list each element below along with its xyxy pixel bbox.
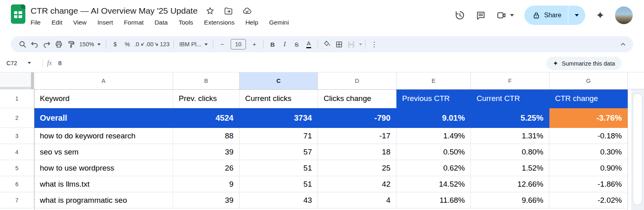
menu-help[interactable]: Help	[246, 19, 258, 26]
menu-file[interactable]: File	[31, 19, 41, 26]
cloud-saved-icon[interactable]	[242, 6, 252, 16]
cell-D7[interactable]: 4	[318, 192, 396, 208]
format-percent-button[interactable]: %	[121, 38, 133, 50]
cell-C7[interactable]: 43	[239, 192, 318, 208]
row-header-7[interactable]: 7	[0, 192, 34, 208]
row-header-4[interactable]: 4	[0, 144, 34, 160]
cell-C5[interactable]: 51	[239, 160, 318, 176]
meet-dropdown-caret-icon[interactable]	[510, 14, 514, 16]
number-format-button[interactable]: 123	[159, 38, 171, 50]
column-header-E[interactable]: E	[396, 72, 471, 89]
collapse-toolbar-icon[interactable]	[617, 38, 629, 50]
borders-button[interactable]	[333, 38, 345, 50]
cell-E7[interactable]: 11.68%	[396, 192, 471, 208]
cell-E3[interactable]: 1.49%	[396, 128, 471, 144]
move-to-folder-icon[interactable]	[223, 6, 234, 16]
cell-A2[interactable]: Overall	[34, 108, 173, 128]
cell-B6[interactable]: 9	[173, 176, 239, 192]
fill-color-button[interactable]	[321, 38, 333, 50]
cell-D2[interactable]: -790	[318, 108, 396, 128]
cell-F2[interactable]: 5.25%	[471, 108, 549, 128]
star-icon[interactable]	[205, 6, 215, 16]
font-size-input[interactable]: 10	[231, 39, 246, 49]
cell-G1[interactable]: CTR change	[549, 89, 628, 108]
increase-font-size-button[interactable]: +	[248, 38, 260, 50]
name-box[interactable]: C72	[0, 60, 39, 66]
sheets-logo-icon[interactable]	[11, 4, 25, 24]
cell-A5[interactable]: how to use wordpress	[34, 160, 173, 176]
formula-input[interactable]: 8	[58, 60, 62, 67]
cell-D1[interactable]: Clicks change	[318, 89, 396, 108]
cell-F7[interactable]: 9.66%	[471, 192, 549, 208]
menu-tools[interactable]: Tools	[179, 19, 193, 26]
cell-E5[interactable]: 0.62%	[396, 160, 471, 176]
cell-C4[interactable]: 57	[239, 144, 318, 160]
menu-format[interactable]: Format	[124, 19, 144, 26]
row-header-1[interactable]: 1	[0, 89, 34, 108]
decrease-decimal-button[interactable]: .0	[133, 38, 145, 50]
menu-insert[interactable]: Insert	[97, 19, 113, 26]
cell-F3[interactable]: 1.31%	[471, 128, 549, 144]
cell-C2[interactable]: 3734	[239, 108, 318, 128]
redo-icon[interactable]	[41, 38, 53, 50]
cell-A4[interactable]: seo vs sem	[34, 144, 173, 160]
cell-C6[interactable]: 51	[239, 176, 318, 192]
paint-format-icon[interactable]	[65, 38, 77, 50]
strikethrough-button[interactable]: S	[291, 38, 303, 50]
vertical-scrollbar-thumb[interactable]	[633, 93, 642, 205]
more-toolbar-button[interactable]: ⋮	[368, 38, 380, 50]
cell-F5[interactable]: 1.52%	[471, 160, 549, 176]
column-header-D[interactable]: D	[318, 72, 396, 89]
cell-B4[interactable]: 39	[173, 144, 239, 160]
column-header-A[interactable]: A	[34, 72, 173, 89]
cell-B3[interactable]: 88	[173, 128, 239, 144]
menu-data[interactable]: Data	[155, 19, 168, 26]
zoom-select[interactable]: 150%	[77, 38, 103, 50]
meet-video-icon[interactable]	[496, 10, 507, 21]
cell-B5[interactable]: 26	[173, 160, 239, 176]
cell-C1[interactable]: Current clicks	[239, 89, 318, 108]
comments-icon[interactable]	[475, 10, 486, 21]
cell-G6[interactable]: -1.86%	[549, 176, 628, 192]
menu-view[interactable]: View	[73, 19, 87, 26]
search-icon[interactable]	[17, 38, 29, 50]
row-header-6[interactable]: 6	[0, 176, 34, 192]
row-header-5[interactable]: 5	[0, 160, 34, 176]
cell-B1[interactable]: Prev. clicks	[173, 89, 239, 108]
cell-A6[interactable]: what is llms.txt	[34, 176, 173, 192]
cell-D4[interactable]: 18	[318, 144, 396, 160]
avatar[interactable]	[615, 6, 633, 24]
share-button[interactable]: Share	[524, 6, 585, 25]
cell-E4[interactable]: 0.50%	[396, 144, 471, 160]
cell-F1[interactable]: Current CTR	[471, 89, 549, 108]
increase-decimal-button[interactable]: .00	[145, 38, 159, 50]
gemini-sparkle-icon[interactable]: ✦	[596, 10, 605, 21]
text-color-button[interactable]: A	[303, 38, 315, 50]
cell-D5[interactable]: 25	[318, 160, 396, 176]
cell-D3[interactable]: -17	[318, 128, 396, 144]
cell-G4[interactable]: 0.30%	[549, 144, 628, 160]
cell-B7[interactable]: 39	[173, 192, 239, 208]
menu-extensions[interactable]: Extensions	[204, 19, 235, 26]
cell-A1[interactable]: Keyword	[34, 89, 173, 108]
cell-D6[interactable]: 42	[318, 176, 396, 192]
format-currency-button[interactable]: $	[109, 38, 121, 50]
column-header-B[interactable]: B	[173, 72, 239, 89]
cell-G5[interactable]: 0.90%	[549, 160, 628, 176]
summarize-data-button[interactable]: ✦ Summarize this data	[546, 57, 621, 70]
font-select[interactable]: IBM Pl...	[177, 38, 210, 50]
print-icon[interactable]	[53, 38, 65, 50]
cell-F6[interactable]: 12.66%	[471, 176, 549, 192]
cell-G2[interactable]: -3.76%	[549, 108, 628, 128]
bold-button[interactable]: B	[266, 38, 279, 50]
cell-B2[interactable]: 4524	[173, 108, 239, 128]
cell-G7[interactable]: -2.02%	[549, 192, 628, 208]
cell-G3[interactable]: -0.18%	[549, 128, 628, 144]
cell-E6[interactable]: 14.52%	[396, 176, 471, 192]
menu-edit[interactable]: Edit	[52, 19, 62, 26]
decrease-font-size-button[interactable]: −	[216, 38, 228, 50]
cell-F4[interactable]: 0.80%	[471, 144, 549, 160]
cell-C3[interactable]: 71	[239, 128, 318, 144]
undo-icon[interactable]	[29, 38, 41, 50]
select-all-corner[interactable]	[0, 72, 34, 89]
